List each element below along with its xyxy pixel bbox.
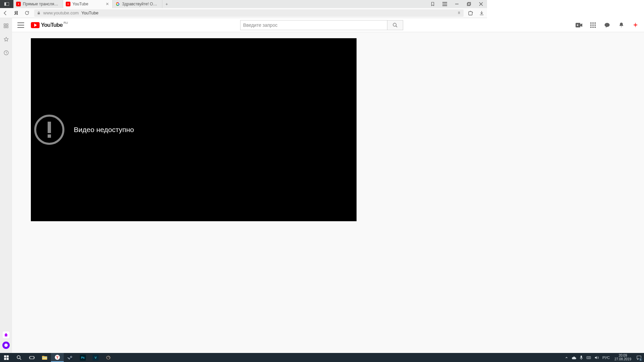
hamburger-menu[interactable] — [17, 22, 31, 28]
window-maximize[interactable] — [463, 2, 475, 6]
close-tab-icon[interactable]: ✕ — [106, 2, 110, 6]
tab-title: Здравствуйте! Ошибка "Ви — [122, 2, 159, 6]
lock-icon — [37, 11, 41, 15]
svg-line-24 — [396, 26, 397, 27]
downloads-button[interactable] — [476, 10, 487, 16]
page-content: YouTube RU ✦ — [12, 18, 487, 274]
svg-rect-17 — [4, 26, 6, 28]
yandex-siderail — [0, 18, 12, 274]
bookmark-icon[interactable] — [457, 11, 461, 15]
history-icon[interactable] — [3, 50, 9, 56]
browser-addressbar: Я www.youtube.com YouTube — [0, 8, 487, 18]
search-button[interactable] — [387, 20, 403, 30]
svg-rect-15 — [4, 24, 6, 25]
svg-rect-1 — [4, 2, 6, 6]
error-message: Видео недоступно — [74, 126, 134, 134]
error-icon — [34, 115, 64, 145]
window-close[interactable] — [475, 2, 487, 6]
youtube-region: RU — [64, 21, 68, 24]
youtube-play-icon — [31, 22, 40, 28]
svg-rect-10 — [468, 2, 471, 5]
youtube-body: Видео недоступно — [12, 32, 487, 274]
youtube-header: YouTube RU ✦ — [12, 18, 487, 32]
tab-title: Прямые трансляции - You — [23, 2, 60, 6]
svg-rect-13 — [38, 13, 40, 14]
svg-rect-14 — [469, 11, 472, 15]
browser-tabstrip: Прямые трансляции - You YouTube ✕ Здравс… — [0, 0, 487, 8]
bookmarks-dropdown-icon[interactable] — [427, 2, 439, 6]
tab-title: YouTube — [72, 2, 104, 6]
url-title: YouTube — [82, 10, 99, 15]
youtube-wordmark: YouTube — [41, 22, 63, 28]
favorites-icon[interactable] — [3, 36, 9, 42]
back-button[interactable] — [0, 10, 11, 16]
video-player[interactable]: Видео недоступно — [31, 38, 357, 221]
tableau-icon[interactable] — [3, 23, 9, 29]
youtube-search — [240, 20, 403, 30]
window-minimize[interactable] — [451, 2, 463, 6]
browser-menu-icon[interactable] — [439, 2, 451, 6]
new-tab-button[interactable]: ＋ — [162, 1, 171, 7]
svg-rect-9 — [467, 3, 470, 6]
browser-tab-2[interactable]: Здравствуйте! Ошибка "Ви — [113, 0, 162, 8]
url-host: www.youtube.com — [43, 10, 79, 15]
panel-toggle[interactable] — [0, 0, 13, 8]
search-input[interactable] — [240, 20, 387, 30]
svg-point-23 — [393, 23, 396, 26]
svg-rect-16 — [6, 24, 8, 25]
browser-tab-1[interactable]: YouTube ✕ — [63, 0, 113, 8]
youtube-icon — [16, 2, 21, 6]
google-icon — [115, 2, 120, 6]
svg-rect-18 — [6, 26, 8, 28]
browser-tab-0[interactable]: Прямые трансляции - You — [13, 0, 63, 8]
youtube-logo[interactable]: YouTube RU — [31, 22, 68, 28]
extension-button[interactable] — [466, 10, 476, 16]
yandex-home-button[interactable]: Я — [11, 10, 21, 16]
reload-button[interactable] — [21, 10, 32, 15]
address-field[interactable]: www.youtube.com YouTube — [34, 9, 464, 17]
youtube-icon — [66, 2, 70, 6]
